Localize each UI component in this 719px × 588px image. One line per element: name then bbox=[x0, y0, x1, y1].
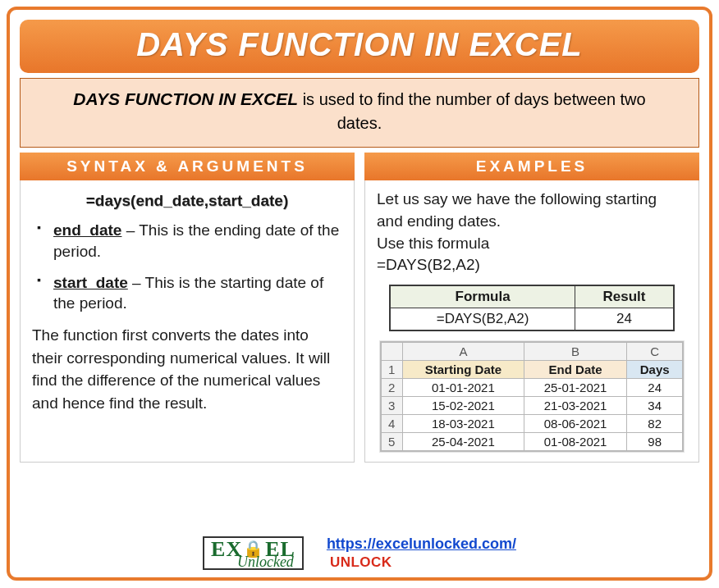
arg-name: start_date bbox=[53, 274, 128, 291]
result-cell: 24 bbox=[575, 308, 674, 330]
cell: 25-01-2021 bbox=[524, 378, 627, 396]
col-label: B bbox=[524, 342, 627, 360]
footer-links: https://excelunlocked.com/ UNLOCK bbox=[327, 536, 516, 571]
website-link[interactable]: https://excelunlocked.com/ bbox=[327, 536, 516, 553]
cell: 34 bbox=[627, 396, 683, 414]
syntax-column: SYNTAX & ARGUMENTS =days(end_date,start_… bbox=[20, 153, 355, 462]
formula-cell: =DAYS(B2,A2) bbox=[390, 308, 575, 330]
row-label: 2 bbox=[381, 378, 402, 396]
cell: 82 bbox=[627, 414, 683, 432]
arg-name: end_date bbox=[53, 221, 121, 239]
sheet-header: Days bbox=[627, 360, 683, 378]
cell: 01-01-2021 bbox=[402, 378, 524, 396]
syntax-formula: =days(end_date,start_date) bbox=[32, 192, 342, 210]
syntax-heading: SYNTAX & ARGUMENTS bbox=[20, 153, 355, 180]
example-intro-3: =DAYS(B2,A2) bbox=[377, 256, 480, 273]
document-frame: DAYS FUNCTION IN EXCEL DAYS FUNCTION IN … bbox=[7, 7, 712, 581]
examples-column: EXAMPLES Let us say we have the followin… bbox=[364, 153, 699, 462]
spreadsheet: A B C 1 Starting Date End Date Days 2 bbox=[380, 341, 684, 452]
example-intro-2: Use this formula bbox=[377, 235, 489, 252]
footer: EX🔒EL Unlocked https://excelunlocked.com… bbox=[10, 536, 709, 571]
row-label: 4 bbox=[381, 414, 402, 432]
description-bar: DAYS FUNCTION IN EXCEL is used to find t… bbox=[20, 78, 699, 148]
example-intro: Let us say we have the following startin… bbox=[377, 189, 687, 276]
title-banner: DAYS FUNCTION IN EXCEL bbox=[20, 20, 699, 73]
sheet-header: End Date bbox=[524, 360, 627, 378]
example-intro-1: Let us say we have the following startin… bbox=[377, 190, 657, 230]
formula-result-table: Formula Result =DAYS(B2,A2) 24 bbox=[389, 285, 675, 331]
list-item: end_date – This is the ending date of th… bbox=[37, 220, 342, 262]
formula-header: Formula bbox=[390, 285, 575, 308]
table-row: 5 25-04-2021 01-08-2021 98 bbox=[381, 432, 682, 450]
cell: 08-06-2021 bbox=[524, 414, 627, 432]
cell: 98 bbox=[627, 432, 683, 450]
syntax-explanation: The function first converts the dates in… bbox=[32, 324, 342, 414]
cell: 24 bbox=[627, 378, 683, 396]
cell: 25-04-2021 bbox=[402, 432, 524, 450]
list-item: start_date – This is the starting date o… bbox=[37, 272, 342, 314]
cell: 01-08-2021 bbox=[524, 432, 627, 450]
unlock-label: UNLOCK bbox=[330, 554, 516, 571]
cell: 21-03-2021 bbox=[524, 396, 627, 414]
desc-bold: DAYS FUNCTION IN EXCEL bbox=[73, 89, 298, 108]
syntax-body: =days(end_date,start_date) end_date – Th… bbox=[20, 180, 355, 462]
sheet-header: Starting Date bbox=[402, 360, 524, 378]
row-label: 5 bbox=[381, 432, 402, 450]
columns: SYNTAX & ARGUMENTS =days(end_date,start_… bbox=[20, 153, 699, 462]
page-title: DAYS FUNCTION IN EXCEL bbox=[136, 26, 583, 62]
col-label: A bbox=[402, 342, 524, 360]
logo: EX🔒EL Unlocked bbox=[203, 536, 304, 571]
corner-cell bbox=[381, 342, 402, 360]
row-label: 1 bbox=[381, 360, 402, 378]
cell: 15-02-2021 bbox=[402, 396, 524, 414]
cell: 18-03-2021 bbox=[402, 414, 524, 432]
col-label: C bbox=[627, 342, 683, 360]
examples-body: Let us say we have the following startin… bbox=[364, 180, 699, 462]
examples-heading: EXAMPLES bbox=[364, 153, 699, 180]
result-header: Result bbox=[575, 285, 674, 308]
table-row: 4 18-03-2021 08-06-2021 82 bbox=[381, 414, 682, 432]
row-label: 3 bbox=[381, 396, 402, 414]
table-row: 2 01-01-2021 25-01-2021 24 bbox=[381, 378, 682, 396]
logo-sub: Unlocked bbox=[237, 555, 294, 568]
table-row: 3 15-02-2021 21-03-2021 34 bbox=[381, 396, 682, 414]
argument-list: end_date – This is the ending date of th… bbox=[32, 220, 342, 314]
spreadsheet-grid: A B C 1 Starting Date End Date Days 2 bbox=[381, 342, 683, 451]
desc-text: is used to find the number of days betwe… bbox=[298, 90, 646, 132]
